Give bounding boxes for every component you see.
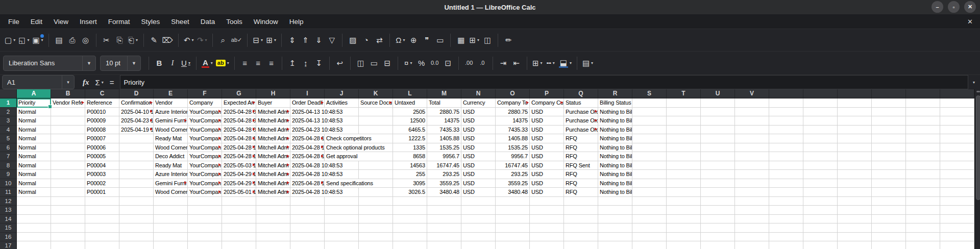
cell-P14[interactable]	[530, 215, 564, 224]
insert-comment-button[interactable]: ❞	[420, 33, 433, 48]
cell-P1[interactable]: Company Cu	[530, 98, 564, 108]
cell-M7[interactable]: 9956.7	[427, 152, 461, 161]
cell-blank[interactable]	[872, 152, 906, 161]
cell-P4[interactable]: USD	[530, 126, 564, 135]
cell-I16[interactable]	[290, 233, 325, 242]
cell-C12[interactable]	[85, 197, 119, 206]
clone-formatting-button[interactable]: ✎	[148, 33, 161, 48]
cell-U6[interactable]	[701, 143, 735, 153]
cut-button[interactable]: ✂	[100, 33, 113, 48]
cell-F6[interactable]: YourCompan	[188, 143, 222, 153]
menu-view[interactable]: View	[48, 14, 74, 29]
cell-P9[interactable]: USD	[530, 170, 564, 179]
cell-blank[interactable]	[769, 241, 803, 249]
cell-blank[interactable]	[803, 98, 838, 108]
cell-T2[interactable]	[667, 108, 701, 117]
cell-J12[interactable]	[325, 197, 359, 206]
cell-M12[interactable]	[427, 197, 461, 206]
sort-descending-button[interactable]: ⇓	[312, 33, 325, 48]
cell-S13[interactable]	[632, 206, 667, 215]
print-preview-button[interactable]: ◎	[79, 33, 92, 48]
cell-S16[interactable]	[632, 233, 667, 242]
cell-F15[interactable]	[188, 223, 222, 233]
cell-blank[interactable]	[906, 108, 940, 117]
cell-G11[interactable]: 2025-05-01 1	[222, 188, 256, 197]
column-header-F[interactable]: F	[188, 89, 222, 98]
cell-U9[interactable]	[701, 170, 735, 179]
column-header-T[interactable]: T	[667, 89, 701, 98]
cell-N17[interactable]	[461, 241, 496, 249]
cell-K3[interactable]	[359, 116, 393, 126]
cell-H17[interactable]	[256, 241, 290, 249]
row-header-14[interactable]: 14	[0, 215, 17, 224]
row-header-10[interactable]: 10	[0, 179, 17, 188]
cell-S6[interactable]	[632, 143, 667, 153]
cell-blank[interactable]	[769, 206, 803, 215]
cell-S1[interactable]	[632, 98, 667, 108]
cell-blank[interactable]	[872, 116, 906, 126]
cell-J17[interactable]	[325, 241, 359, 249]
cell-blank[interactable]	[906, 233, 940, 242]
cell-M3[interactable]: 14375	[427, 116, 461, 126]
cell-K11[interactable]	[359, 188, 393, 197]
cell-T11[interactable]	[667, 188, 701, 197]
cell-I1[interactable]: Order Deadli	[290, 98, 325, 108]
cell-G1[interactable]: Expected Arr	[222, 98, 256, 108]
cell-V16[interactable]	[735, 233, 769, 242]
cell-G15[interactable]	[222, 223, 256, 233]
menu-file[interactable]: File	[3, 14, 25, 29]
close-button[interactable]: ✕	[964, 1, 976, 13]
cell-C6[interactable]: P00006	[85, 143, 119, 153]
cell-B10[interactable]	[51, 179, 85, 188]
cell-M17[interactable]	[427, 241, 461, 249]
formula-input-line[interactable]: Priority	[120, 75, 968, 89]
cell-blank[interactable]	[769, 223, 803, 233]
freeze-rows-columns-button[interactable]: ⊞	[468, 33, 481, 48]
cell-B3[interactable]	[51, 116, 85, 126]
conditional-formatting-button[interactable]: ▤	[581, 56, 595, 71]
cell-R10[interactable]: Nothing to Bill	[598, 179, 632, 188]
cell-R9[interactable]: Nothing to Bill	[598, 170, 632, 179]
cell-O8[interactable]: 16747.45	[496, 161, 530, 170]
cell-blank[interactable]	[940, 241, 974, 249]
cell-blank[interactable]	[769, 161, 803, 170]
cell-H6[interactable]: Mitchell Adm	[256, 143, 290, 153]
column-header-N[interactable]: N	[461, 89, 496, 98]
autofilter-button[interactable]: ▽	[325, 33, 338, 48]
row-header-4[interactable]: 4	[0, 126, 17, 135]
cell-K15[interactable]	[359, 223, 393, 233]
cell-B1[interactable]: Vendor Refe	[51, 98, 85, 108]
cell-C9[interactable]: P00003	[85, 170, 119, 179]
cell-F5[interactable]: YourCompan	[188, 134, 222, 143]
cell-D4[interactable]: 2025-04-19 1	[119, 126, 154, 135]
cell-blank[interactable]	[838, 143, 872, 153]
cell-blank[interactable]	[803, 206, 838, 215]
align-bottom-button[interactable]: ↧	[312, 56, 326, 71]
cell-L16[interactable]	[393, 233, 427, 242]
cell-blank[interactable]	[838, 188, 872, 197]
column-header-A[interactable]: A	[17, 89, 51, 98]
cell-blank[interactable]	[769, 98, 803, 108]
column-header-L[interactable]: L	[393, 89, 427, 98]
cell-blank[interactable]	[769, 188, 803, 197]
cell-blank[interactable]	[872, 134, 906, 143]
maximize-button[interactable]: ▫	[948, 1, 960, 13]
cell-U10[interactable]	[701, 179, 735, 188]
cell-P15[interactable]	[530, 223, 564, 233]
cell-M15[interactable]	[427, 223, 461, 233]
cell-M11[interactable]: 3480.48	[427, 188, 461, 197]
cell-A5[interactable]: Normal	[17, 134, 51, 143]
cell-B8[interactable]	[51, 161, 85, 170]
cell-V4[interactable]	[735, 126, 769, 135]
cell-blank[interactable]	[872, 206, 906, 215]
column-header-M[interactable]: M	[427, 89, 461, 98]
cell-A8[interactable]: Normal	[17, 161, 51, 170]
show-draw-functions-button[interactable]: ✏	[502, 33, 515, 48]
cell-N5[interactable]: USD	[461, 134, 496, 143]
cell-B7[interactable]	[51, 152, 85, 161]
cell-D15[interactable]	[119, 223, 154, 233]
cell-blank[interactable]	[803, 152, 838, 161]
cell-blank[interactable]	[872, 161, 906, 170]
cell-blank[interactable]	[803, 223, 838, 233]
cell-L2[interactable]: 2505	[393, 108, 427, 117]
